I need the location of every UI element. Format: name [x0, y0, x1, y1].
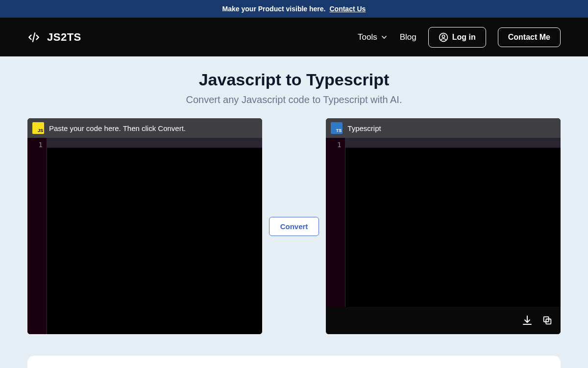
- source-editor-title: Paste your code here. Then click Convert…: [49, 124, 186, 132]
- source-line-number: 1: [27, 140, 43, 150]
- output-toolbar: [326, 307, 561, 334]
- navbar: JS2TS Tools Blog Log in Contact Me: [0, 18, 588, 56]
- login-button[interactable]: Log in: [428, 27, 486, 48]
- download-button[interactable]: [521, 315, 533, 326]
- output-editor: TS Typescript 1: [326, 118, 561, 334]
- login-label: Log in: [452, 33, 476, 42]
- contact-button[interactable]: Contact Me: [498, 27, 561, 47]
- copy-icon: [542, 315, 553, 326]
- contact-label: Contact Me: [508, 33, 550, 42]
- chevron-down-icon: [380, 33, 388, 41]
- source-gutter: 1: [27, 138, 47, 334]
- js-badge-icon: JS: [32, 122, 44, 134]
- nav-tools-label: Tools: [358, 32, 377, 42]
- nav-tools-dropdown[interactable]: Tools: [358, 32, 388, 42]
- page-subtitle: Convert any Javascript code to Typescrip…: [27, 94, 561, 105]
- brand-text: JS2TS: [47, 31, 81, 44]
- promo-text: Make your Product visible here.: [222, 5, 326, 13]
- source-editor: JS Paste your code here. Then click Conv…: [27, 118, 262, 334]
- svg-point-2: [442, 35, 444, 37]
- promo-link[interactable]: Contact Us: [329, 5, 366, 13]
- output-code-display[interactable]: [345, 138, 561, 307]
- promo-banner: Make your Product visible here. Contact …: [0, 0, 588, 18]
- source-editor-header: JS Paste your code here. Then click Conv…: [27, 118, 262, 138]
- source-code-input[interactable]: [47, 138, 262, 334]
- brand[interactable]: JS2TS: [27, 31, 81, 44]
- output-line-number: 1: [326, 140, 341, 150]
- output-editor-header: TS Typescript: [326, 118, 561, 138]
- copy-button[interactable]: [542, 315, 553, 326]
- code-slash-icon: [27, 31, 40, 44]
- output-gutter: 1: [326, 138, 345, 307]
- nav-blog-link[interactable]: Blog: [400, 32, 416, 42]
- output-editor-title: Typescript: [347, 124, 381, 132]
- download-icon: [521, 315, 533, 326]
- svg-line-0: [33, 33, 35, 41]
- info-card: [27, 356, 561, 368]
- user-circle-icon: [439, 32, 448, 42]
- ts-badge-icon: TS: [331, 122, 343, 134]
- convert-button[interactable]: Convert: [269, 217, 319, 236]
- page-title: Javascript to Typescript: [27, 70, 561, 89]
